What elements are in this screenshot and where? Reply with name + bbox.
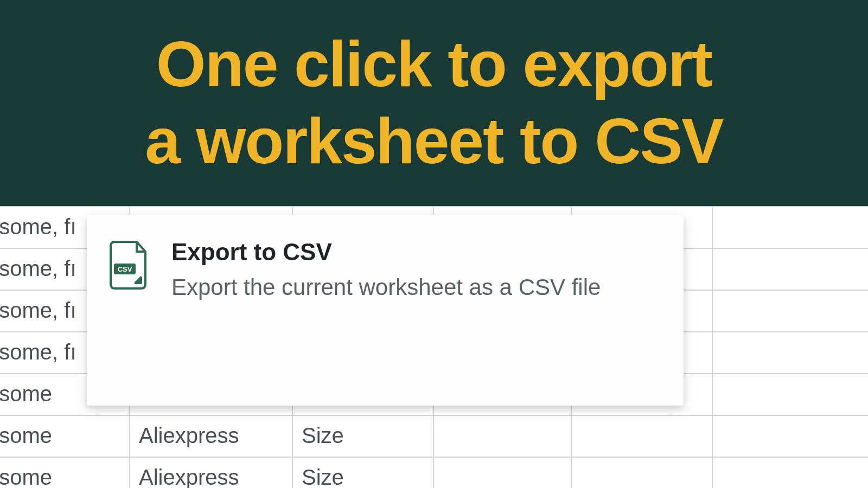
table-cell[interactable]: Aliexpress (130, 416, 293, 457)
table-row[interactable]: vesome Aliexpress Size (0, 457, 868, 488)
table-cell[interactable]: Aliexpress (130, 458, 293, 488)
popup-title: Export to CSV (171, 239, 662, 266)
table-cell[interactable] (434, 416, 572, 457)
csv-file-icon: CSV (108, 241, 148, 290)
svg-marker-2 (135, 277, 141, 283)
table-cell[interactable]: vesome (0, 458, 130, 488)
table-cell[interactable]: vesome (0, 416, 130, 457)
table-cell[interactable] (434, 458, 572, 488)
popup-content: Export to CSV Export the current workshe… (171, 239, 662, 382)
promo-banner: One click to export a worksheet to CSV (0, 0, 868, 206)
banner-line-2: a worksheet to CSV (145, 103, 723, 180)
table-cell[interactable]: Size (293, 416, 434, 457)
table-cell[interactable]: Size (293, 458, 434, 488)
banner-line-1: One click to export (156, 26, 712, 103)
export-csv-popup[interactable]: CSV Export to CSV Export the current wor… (87, 215, 684, 406)
table-cell[interactable] (572, 458, 713, 488)
table-cell[interactable] (572, 416, 713, 457)
svg-text:CSV: CSV (118, 265, 132, 273)
table-row[interactable]: vesome Aliexpress Size (0, 415, 868, 457)
popup-description: Export the current worksheet as a CSV fi… (171, 272, 662, 303)
